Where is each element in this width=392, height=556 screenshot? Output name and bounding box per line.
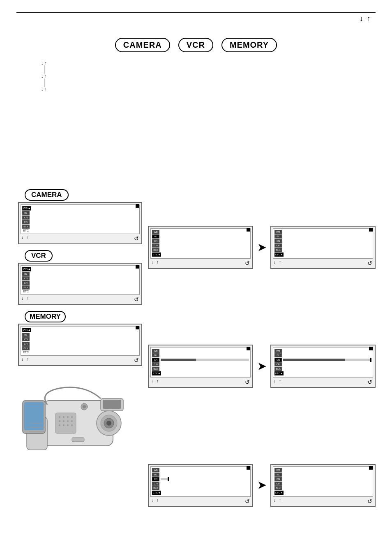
vcr-nav-up: ↑ xyxy=(27,296,29,303)
memory-mode-label: MEMORY xyxy=(221,38,277,52)
cam-item-cn-icon: CN xyxy=(22,215,30,220)
vcr-item-cpi-icon: CPi xyxy=(22,281,30,285)
svg-point-24 xyxy=(71,420,73,422)
vcr-menu-screen: WB◄ BL CN CPi BLK xyxy=(18,263,142,305)
svg-point-26 xyxy=(63,424,65,426)
svg-point-17 xyxy=(59,416,60,418)
cam-item-etc: ETC xyxy=(23,229,29,232)
camera-section: CAMERA WB◄ BL CN xyxy=(16,189,144,244)
memory-section: MEMORY WB◄ BL CN xyxy=(16,311,144,366)
memory-after-screen: WB BL CN CPi BLK xyxy=(270,464,376,507)
camera-after-screen: WB BL CN CPi BLK xyxy=(270,226,376,269)
right-panel: WB BL CN CPi BLK xyxy=(148,189,376,544)
vcr-arrow: ➤ xyxy=(256,361,268,372)
svg-point-23 xyxy=(67,420,69,422)
camera-arrow: ➤ xyxy=(256,242,268,253)
svg-rect-16 xyxy=(55,413,76,433)
svg-point-12 xyxy=(83,405,86,408)
vcr-mode-label: VCR xyxy=(178,38,213,52)
cam-item-cpi-icon: CPi xyxy=(22,220,30,224)
memory-nav: ↓ ↑ ↺ xyxy=(21,357,140,364)
svg-point-27 xyxy=(67,424,69,426)
mem-item-bl-icon: BL xyxy=(22,333,30,337)
camera-menu-screen: WB◄ BL CN CPi BLK xyxy=(18,202,142,244)
vcr-item-wb-icon: WB◄ xyxy=(22,267,31,271)
camcorder-illustration xyxy=(16,372,144,470)
top-rule xyxy=(16,12,376,13)
camera-indicator xyxy=(136,204,139,208)
cam-nav-down: ↓ xyxy=(21,235,23,242)
svg-point-19 xyxy=(67,416,69,418)
vcr-after-screen: WB BL CN xyxy=(270,345,376,388)
memory-arrow: ➤ xyxy=(256,480,268,491)
vcr-indicator xyxy=(136,265,139,269)
camera-before-screen: WB BL CN CPi BLK xyxy=(148,226,253,269)
svg-point-22 xyxy=(63,420,65,422)
mem-item-blk-icon: BLK xyxy=(22,346,30,350)
memory-row: WB BL CN CPi xyxy=(148,427,376,544)
camera-row: WB BL CN CPi BLK xyxy=(148,189,376,306)
vcr-item-blk-icon: BLK xyxy=(22,285,30,290)
mode-labels-row: CAMERA VCR MEMORY xyxy=(16,38,376,52)
cam-item-bl-icon: BL xyxy=(22,211,30,215)
left-panel: CAMERA WB◄ BL CN xyxy=(16,189,144,544)
camera-mode-label: CAMERA xyxy=(115,38,170,52)
camera-nav: ↓ ↑ ↺ xyxy=(21,235,140,242)
svg-point-25 xyxy=(59,424,60,426)
camera-label: CAMERA xyxy=(25,189,69,201)
memory-before-screen: WB BL CN CPi xyxy=(148,464,253,507)
svg-point-5 xyxy=(106,421,111,426)
memory-indicator xyxy=(136,326,139,329)
vcr-label: VCR xyxy=(25,250,53,262)
mem-nav-down: ↓ xyxy=(21,357,23,364)
svg-point-21 xyxy=(59,420,60,422)
mem-item-cpi-icon: CPi xyxy=(22,342,30,346)
top-arrows: ↓ ↑ xyxy=(360,14,371,23)
camcorder-svg xyxy=(18,376,142,466)
page-container: ↓ ↑ CAMERA VCR MEMORY ↓ ↑ ↓ ↑ ↓ ↑ xyxy=(0,0,392,556)
mem-item-cn-icon: CN xyxy=(22,337,30,341)
memory-menu-screen: WB◄ BL CN CPi BLK xyxy=(18,324,142,366)
vcr-nav-down: ↓ xyxy=(21,296,23,303)
vcr-section: VCR WB◄ BL CN xyxy=(16,250,144,305)
vcr-item-etc: ETC xyxy=(23,290,29,293)
cam-item-wb-icon: WB◄ xyxy=(22,206,31,211)
vcr-before-screen: WB BL CN CPi xyxy=(148,345,253,388)
vcr-row: WB BL CN CPi xyxy=(148,308,376,424)
svg-rect-11 xyxy=(72,438,84,442)
vcr-nav-return: ↺ xyxy=(134,296,139,303)
memory-label: MEMORY xyxy=(25,311,66,322)
svg-rect-9 xyxy=(24,402,44,430)
mem-item-wb-icon: WB◄ xyxy=(22,328,31,332)
svg-rect-7 xyxy=(103,400,121,409)
vcr-item-bl-icon: BL xyxy=(22,272,30,276)
arrow-diagram: ↓ ↑ ↓ ↑ ↓ ↑ xyxy=(41,60,376,92)
svg-point-18 xyxy=(63,416,65,418)
mem-nav-return: ↺ xyxy=(134,357,139,364)
svg-point-28 xyxy=(71,424,73,426)
cam-item-blk-icon: BLK xyxy=(22,225,30,229)
cam-nav-return: ↺ xyxy=(134,235,139,242)
cam-nav-up: ↑ xyxy=(27,235,29,242)
svg-point-20 xyxy=(71,416,73,418)
mem-nav-up: ↑ xyxy=(27,357,29,364)
vcr-item-cn-icon: CN xyxy=(22,276,30,280)
mem-item-etc: ETC xyxy=(23,351,29,354)
vcr-nav: ↓ ↑ ↺ xyxy=(21,296,140,303)
